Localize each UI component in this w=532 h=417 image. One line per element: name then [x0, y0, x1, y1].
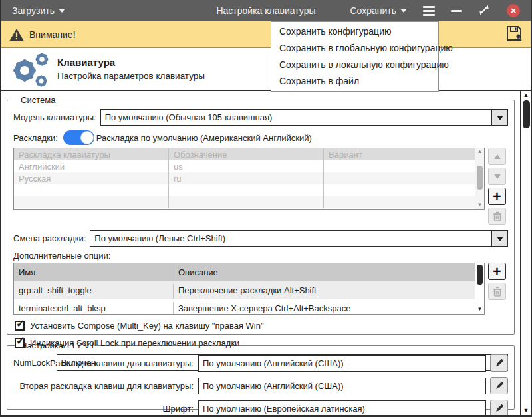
column-header: Описание	[174, 266, 475, 281]
minimize-button[interactable]	[451, 10, 462, 12]
menu-item-save-global-config[interactable]: Сохранить в глобальную конфигурацию	[271, 40, 438, 57]
chevron-down-icon	[400, 9, 407, 16]
main-scrollbar[interactable]: ▲ ▼	[520, 91, 531, 415]
module-subtitle: Настройка параметров клавиатуры	[57, 71, 205, 81]
layout-switch-value: По умолчанию (Левые Ctrl+Shift)	[90, 231, 491, 246]
scroll-up-icon[interactable]: ▲	[523, 91, 529, 100]
scrollbar-thumb[interactable]	[523, 100, 530, 128]
title-bar: Загрузить Настройка клавиатуры Сохранить…	[1, 0, 531, 21]
menu-item-save-local-config[interactable]: Сохранить в локальную конфигурацию	[271, 57, 438, 73]
layouts-label: Раскладки:	[13, 133, 58, 143]
table-row[interactable]: terminate:ctrl_alt_bksp Завершение X-сер…	[14, 299, 475, 315]
move-down-button[interactable]	[488, 168, 506, 185]
floppy-save-icon	[505, 25, 523, 42]
layouts-table: Раскладка клавиатуры Обозначение Вариант…	[13, 148, 485, 210]
cell-layout-variant	[324, 160, 475, 172]
scroll-down-icon[interactable]: ▼	[523, 406, 529, 415]
options-table-scrollbar[interactable]: ▼	[475, 263, 484, 314]
layouts-table-header: Раскладка клавиатуры Обозначение Вариант	[14, 148, 475, 160]
cell-layout-name: Русская	[14, 172, 169, 184]
chevron-down-icon	[497, 116, 503, 124]
layout-switch-select[interactable]: По умолчанию (Левые Ctrl+Shift)	[90, 230, 508, 247]
layouts-table-scrollbar[interactable]: ▲ ▼	[475, 148, 484, 209]
add-option-button[interactable]: +	[488, 263, 506, 280]
compose-checkbox-label: Установить Compose (Multi_Key) на клавиш…	[30, 321, 264, 331]
tty-layout-field[interactable]: По умолчанию (Английский (США))	[198, 355, 486, 372]
menu-item-save-to-file[interactable]: Сохранить в файл	[271, 73, 438, 90]
chevron-down-icon	[59, 9, 65, 16]
cell-option-name: terminate:ctrl_alt_bksp	[14, 302, 174, 315]
checkbox-checked-icon[interactable]: ✓	[15, 321, 25, 331]
layouts-toggle-text: Раскладка по умолчанию (Американский Анг…	[96, 133, 312, 143]
default-layout-toggle[interactable]	[63, 130, 94, 145]
save-menu-button[interactable]: Сохранить	[350, 5, 407, 16]
plus-icon: +	[493, 263, 501, 279]
warning-triangle-icon	[9, 28, 24, 41]
column-header: Обозначение	[169, 148, 324, 160]
add-layout-button[interactable]: +	[488, 188, 506, 205]
warning-label: Внимание!	[29, 29, 76, 40]
column-header: Раскладка клавиатуры	[14, 148, 169, 160]
pencil-icon	[494, 381, 504, 391]
scroll-down-icon[interactable]: ▼	[477, 306, 483, 314]
cell-option-desc: Завершение X-сервера Ctrl+Alt+Backspace	[174, 302, 475, 315]
app-window: Загрузить Настройка клавиатуры Сохранить…	[0, 0, 532, 417]
load-menu-button[interactable]: Загрузить	[12, 5, 65, 16]
dropdown-button[interactable]	[491, 110, 507, 125]
cell-option-desc: Переключение раскладки Alt+Shift	[174, 284, 475, 299]
tty-layout2-label: Вторая раскладка клавиш для клавиатуры:	[13, 381, 198, 391]
system-groupbox: Система Модель клавиатуры: По умолчанию …	[7, 95, 515, 335]
table-row[interactable]: Русская ru	[14, 172, 475, 184]
cell-layout-code: ru	[169, 172, 324, 184]
switch-label: Смена раскладки:	[13, 233, 86, 243]
save-dropdown-menu: Сохранить конфигурацию Сохранить в глоба…	[271, 21, 439, 92]
tty-legend: Настройка TTY VT	[17, 341, 98, 350]
gears-icon	[9, 51, 50, 88]
edit-tty-layout2-button[interactable]	[490, 377, 508, 394]
cell-layout-variant	[324, 172, 475, 184]
options-table-header: Имя Описание	[14, 263, 475, 281]
cell-layout-code: us	[169, 160, 324, 172]
edit-tty-font-button[interactable]	[490, 400, 508, 417]
tty-font-label: Шрифт:	[13, 404, 198, 414]
tty-layout-label: Раскладка клавиш для клавиатуры:	[13, 358, 198, 368]
move-up-button[interactable]	[488, 148, 506, 165]
compose-checkbox-row[interactable]: ✓ Установить Compose (Multi_Key) на клав…	[15, 319, 508, 332]
scrollbar-thumb[interactable]	[477, 166, 483, 190]
tty-layout2-field[interactable]: По умолчанию (Английский (США))	[198, 378, 486, 394]
checkbox-checked-icon[interactable]: ✓	[15, 338, 25, 348]
module-header: Клавиатура Настройка параметров клавиату…	[1, 48, 531, 91]
tty-font-field[interactable]: По умолчанию (Европейская латинская)	[198, 400, 486, 417]
keyboard-model-select[interactable]: По умолчанию (Обычная 105-клавишная)	[100, 109, 508, 126]
table-row[interactable]: Английский us	[14, 160, 475, 172]
trash-icon	[493, 287, 502, 297]
dropdown-button[interactable]	[491, 231, 507, 246]
pencil-icon	[494, 404, 504, 414]
save-settings-button[interactable]	[505, 25, 523, 44]
arrow-up-icon	[494, 151, 501, 159]
arrow-down-icon	[494, 174, 501, 182]
cell-option-name: grp:alt_shift_toggle	[14, 284, 174, 299]
cell-layout-name: Английский	[14, 160, 169, 172]
module-title: Клавиатура	[57, 57, 205, 68]
expand-button[interactable]	[477, 3, 491, 19]
expand-diagonal-icon	[477, 3, 491, 17]
load-menu-label: Загрузить	[12, 5, 55, 16]
tty-groupbox: Настройка TTY VT Раскладка клавиш для кл…	[7, 341, 515, 410]
scrollbar-thumb[interactable]	[477, 265, 483, 285]
delete-option-button[interactable]	[488, 283, 506, 300]
table-row-empty	[14, 196, 475, 208]
scroll-up-icon[interactable]: ▲	[477, 148, 483, 156]
hamburger-menu-icon[interactable]	[423, 6, 435, 16]
menu-item-save-config[interactable]: Сохранить конфигурацию	[271, 23, 438, 40]
table-row-empty	[14, 184, 475, 196]
table-row[interactable]: grp:alt_shift_toggle Переключение раскла…	[14, 281, 475, 299]
model-label: Модель клавиатуры:	[13, 112, 96, 122]
close-button[interactable]: ✕	[507, 4, 520, 17]
edit-tty-layout-button[interactable]	[490, 354, 508, 372]
toggle-knob	[80, 131, 94, 144]
delete-layout-button[interactable]	[488, 208, 506, 225]
scroll-down-icon[interactable]: ▼	[477, 202, 483, 209]
options-label: Дополнительные опции:	[13, 251, 110, 261]
close-icon: ✕	[510, 7, 516, 15]
